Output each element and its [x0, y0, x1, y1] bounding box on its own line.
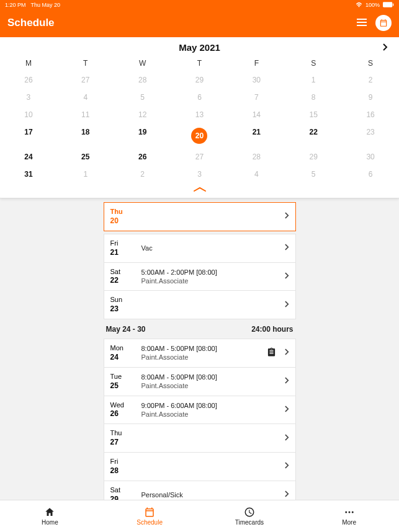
- calendar-day[interactable]: 29: [171, 71, 228, 89]
- calendar-day[interactable]: 22: [285, 123, 342, 148]
- calendar-day[interactable]: 2: [114, 166, 171, 183]
- calendar-day[interactable]: 31: [0, 166, 57, 183]
- status-bar: 1:20 PM Thu May 20 100%: [0, 0, 399, 10]
- chevron-right-icon: [285, 301, 289, 309]
- chevron-right-icon: [285, 212, 289, 221]
- status-time: 1:20 PM: [5, 2, 26, 8]
- calendar-day[interactable]: 1: [285, 71, 342, 89]
- day-detail: 8:00AM - 5:00PM [08:00]Paint.Associate: [141, 344, 267, 362]
- weekday-label: F: [228, 59, 285, 68]
- tab-timecards[interactable]: Timecards: [200, 500, 300, 532]
- schedule-day-row[interactable]: Fri28: [104, 452, 296, 481]
- day-detail: 8:00AM - 5:00PM [08:00]Paint.Associate: [141, 373, 281, 391]
- calendar-day[interactable]: 26: [114, 148, 171, 166]
- tab-schedule-label: Schedule: [137, 519, 163, 526]
- next-month-button[interactable]: [383, 42, 388, 53]
- calendar-day[interactable]: 12: [114, 106, 171, 123]
- collapse-handle[interactable]: [0, 183, 399, 198]
- weekday-label: S: [285, 59, 342, 68]
- calendar-day[interactable]: 25: [57, 148, 114, 166]
- day-label: Thu20: [110, 208, 141, 226]
- chevron-right-icon: [285, 462, 289, 471]
- calendar-day[interactable]: 4: [57, 89, 114, 106]
- calendar-day[interactable]: 30: [342, 148, 399, 166]
- tab-home[interactable]: Home: [0, 500, 100, 532]
- calendar-day[interactable]: 14: [228, 106, 285, 123]
- day-detail: 9:00PM - 6:00AM [08:00]Paint.Associate: [141, 401, 281, 419]
- day-label: Mon24: [110, 344, 141, 362]
- schedule-day-row[interactable]: Wed269:00PM - 6:00AM [08:00]Paint.Associ…: [104, 396, 296, 425]
- calendar-day[interactable]: 9: [342, 89, 399, 106]
- schedule-day-row[interactable]: Sat225:00AM - 2:00PM [08:00]Paint.Associ…: [104, 262, 296, 291]
- svg-point-5: [345, 512, 347, 513]
- calendar-day[interactable]: 4: [228, 166, 285, 183]
- weekday-label: T: [57, 59, 114, 68]
- calendar-day[interactable]: 13: [171, 106, 228, 123]
- month-title: May 2021: [179, 42, 220, 53]
- day-detail: Personal/Sick: [141, 490, 281, 499]
- calendar-day[interactable]: 15: [285, 106, 342, 123]
- schedule-day-row[interactable]: Sun23: [104, 290, 296, 319]
- tab-schedule[interactable]: Schedule: [100, 500, 200, 532]
- calendar-day[interactable]: 6: [171, 89, 228, 106]
- day-label: Tue25: [110, 373, 141, 391]
- calendar-day[interactable]: 11: [57, 106, 114, 123]
- calendar-day[interactable]: 28: [114, 71, 171, 89]
- calendar-day[interactable]: 17: [0, 123, 57, 148]
- calendar-day[interactable]: 27: [171, 148, 228, 166]
- tab-bar: Home Schedule Timecards More: [0, 500, 399, 532]
- svg-rect-3: [357, 22, 367, 23]
- tab-more-label: More: [342, 519, 356, 526]
- calendar-day[interactable]: 29: [285, 148, 342, 166]
- weekday-label: T: [171, 59, 228, 68]
- calendar-day[interactable]: 21: [228, 123, 285, 148]
- schedule-day-row[interactable]: Fri21Vac: [104, 234, 296, 263]
- chevron-right-icon: [285, 272, 289, 281]
- page-title: Schedule: [7, 17, 55, 29]
- calendar-day[interactable]: 8: [285, 89, 342, 106]
- tab-more[interactable]: More: [299, 500, 399, 532]
- calendar-day[interactable]: 1: [57, 166, 114, 183]
- calendar-day[interactable]: 28: [228, 148, 285, 166]
- calendar-day[interactable]: 3: [171, 166, 228, 183]
- calendar-grid: 2627282930123456789101112131415161718192…: [0, 71, 399, 183]
- calendar-day[interactable]: 26: [0, 71, 57, 89]
- tab-timecards-label: Timecards: [235, 519, 264, 526]
- chevron-right-icon: [285, 490, 289, 499]
- view-toggle-icon[interactable]: [357, 18, 367, 28]
- calendar-day[interactable]: 6: [342, 166, 399, 183]
- schedule-day-row[interactable]: Mon248:00AM - 5:00PM [08:00]Paint.Associ…: [104, 339, 296, 368]
- weekday-label: W: [114, 59, 171, 68]
- status-battery-pct: 100%: [365, 2, 380, 8]
- battery-icon: [383, 2, 394, 9]
- calendar-day[interactable]: 23: [342, 123, 399, 148]
- calendar-day[interactable]: 3: [0, 89, 57, 106]
- calendar-day[interactable]: 10: [0, 106, 57, 123]
- calendar-day[interactable]: 24: [0, 148, 57, 166]
- calendar-day[interactable]: 18: [57, 123, 114, 148]
- calendar-day[interactable]: 7: [228, 89, 285, 106]
- schedule-day-row[interactable]: Tue258:00AM - 5:00PM [08:00]Paint.Associ…: [104, 367, 296, 396]
- schedule-day-row[interactable]: Thu27: [104, 423, 296, 453]
- weekday-row: MTWTFSS: [0, 56, 399, 71]
- calendar-day[interactable]: 20: [171, 123, 228, 148]
- calendar-day[interactable]: 27: [57, 71, 114, 89]
- chevron-right-icon: [285, 348, 289, 357]
- day-detail: 5:00AM - 2:00PM [08:00]Paint.Associate: [141, 268, 281, 286]
- calendar-day[interactable]: 19: [114, 123, 171, 148]
- week-range: May 24 - 30: [106, 325, 146, 334]
- calendar-day[interactable]: 30: [228, 71, 285, 89]
- week-total: 24:00 hours: [251, 325, 293, 334]
- chevron-right-icon: [285, 244, 289, 252]
- svg-rect-4: [357, 25, 367, 26]
- tab-home-label: Home: [42, 519, 58, 526]
- clipboard-icon: [267, 347, 276, 359]
- schedule-day-row[interactable]: Thu20: [104, 202, 296, 231]
- calendar-day[interactable]: 16: [342, 106, 399, 123]
- calendar-day[interactable]: 5: [285, 166, 342, 183]
- svg-rect-0: [383, 2, 392, 7]
- calendar-day[interactable]: 5: [114, 89, 171, 106]
- calendar-today-button[interactable]: [375, 15, 392, 31]
- calendar-day[interactable]: 2: [342, 71, 399, 89]
- chevron-right-icon: [285, 377, 289, 386]
